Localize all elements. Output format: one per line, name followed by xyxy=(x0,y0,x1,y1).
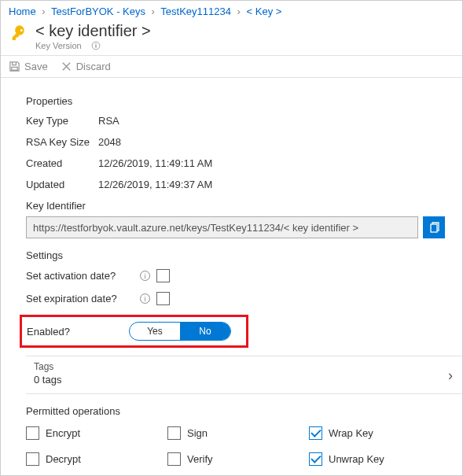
settings-heading: Settings xyxy=(26,249,445,261)
breadcrumb-resource[interactable]: TestForBYOK - Keys xyxy=(51,6,145,17)
info-icon[interactable]: i xyxy=(140,293,150,304)
breadcrumb-key[interactable]: TestKey111234 xyxy=(160,6,231,17)
property-row: Updated 12/26/2019, 11:49:37 AM xyxy=(26,179,445,190)
chevron-right-icon: › xyxy=(39,6,48,17)
activation-date-row: Set activation date? i xyxy=(26,269,445,282)
expiration-date-checkbox[interactable] xyxy=(156,292,170,305)
expiration-date-label: Set expiration date? xyxy=(26,293,140,304)
activation-date-checkbox[interactable] xyxy=(156,269,170,282)
toolbar: Save Discard xyxy=(1,55,462,78)
property-label: Created xyxy=(26,157,98,169)
enabled-label: Enabled? xyxy=(27,326,129,338)
property-row: Created 12/26/2019, 11:49:11 AM xyxy=(26,157,445,169)
perm-sign[interactable]: Sign xyxy=(167,426,309,440)
perm-unwrap-key[interactable]: Unwrap Key xyxy=(309,452,435,466)
checkbox-icon xyxy=(26,452,39,466)
copy-icon xyxy=(428,221,440,234)
key-identifier-row xyxy=(26,216,445,238)
perm-decrypt[interactable]: Decrypt xyxy=(26,452,167,466)
discard-button[interactable]: Discard xyxy=(61,61,111,72)
toggle-no[interactable]: No xyxy=(180,323,230,340)
key-icon xyxy=(9,24,31,46)
save-button[interactable]: Save xyxy=(9,61,48,72)
permitted-heading: Permitted operations xyxy=(26,405,445,417)
page-header: < key identifier > Key Version xyxy=(1,20,462,55)
toggle-yes[interactable]: Yes xyxy=(130,323,180,340)
breadcrumb-version[interactable]: < Key > xyxy=(247,6,282,17)
info-icon[interactable] xyxy=(91,41,101,50)
activation-date-label: Set activation date? xyxy=(26,270,140,282)
svg-point-1 xyxy=(95,43,97,45)
page-title: < key identifier > xyxy=(35,22,151,40)
property-value: RSA xyxy=(98,115,119,127)
tags-row[interactable]: Tags 0 tags › xyxy=(26,356,462,394)
enabled-toggle[interactable]: Yes No xyxy=(129,322,231,341)
chevron-right-icon: › xyxy=(149,6,158,17)
permitted-operations-grid: Encrypt Sign Wrap Key Decrypt Verify Unw… xyxy=(26,426,445,466)
property-value: 12/26/2019, 11:49:11 AM xyxy=(98,157,212,169)
property-label: RSA Key Size xyxy=(26,136,98,148)
tags-count: 0 tags xyxy=(34,374,462,386)
checkbox-icon xyxy=(167,452,181,466)
perm-verify[interactable]: Verify xyxy=(167,452,309,466)
checkbox-checked-icon xyxy=(309,426,322,440)
property-row: Key Type RSA xyxy=(26,115,445,127)
perm-encrypt[interactable]: Encrypt xyxy=(26,426,167,440)
content: Properties Key Type RSA RSA Key Size 204… xyxy=(1,78,462,466)
property-value: 12/26/2019, 11:49:37 AM xyxy=(98,179,212,190)
tags-title: Tags xyxy=(34,361,462,372)
key-identifier-label: Key Identifier xyxy=(26,200,445,212)
property-value: 2048 xyxy=(98,136,121,148)
svg-rect-2 xyxy=(95,45,96,47)
perm-wrap-key[interactable]: Wrap Key xyxy=(309,426,435,440)
property-row: RSA Key Size 2048 xyxy=(26,136,445,148)
svg-rect-3 xyxy=(431,224,437,232)
breadcrumb: Home › TestForBYOK - Keys › TestKey11123… xyxy=(1,1,462,20)
enabled-highlight: Enabled? Yes No xyxy=(20,315,248,348)
checkbox-checked-icon xyxy=(309,452,322,466)
checkbox-icon xyxy=(26,426,39,440)
checkbox-icon xyxy=(167,426,181,440)
property-label: Key Type xyxy=(26,115,98,127)
breadcrumb-home[interactable]: Home xyxy=(9,6,36,17)
save-icon xyxy=(9,61,20,72)
expiration-date-row: Set expiration date? i xyxy=(26,292,445,305)
close-icon xyxy=(61,61,72,72)
chevron-right-icon: › xyxy=(448,367,453,383)
property-label: Updated xyxy=(26,179,98,190)
copy-button[interactable] xyxy=(423,216,445,238)
page-subtitle: Key Version xyxy=(35,41,82,50)
info-icon[interactable]: i xyxy=(140,271,150,281)
key-identifier-input[interactable] xyxy=(26,216,418,238)
properties-heading: Properties xyxy=(26,95,445,107)
chevron-right-icon: › xyxy=(234,6,244,17)
